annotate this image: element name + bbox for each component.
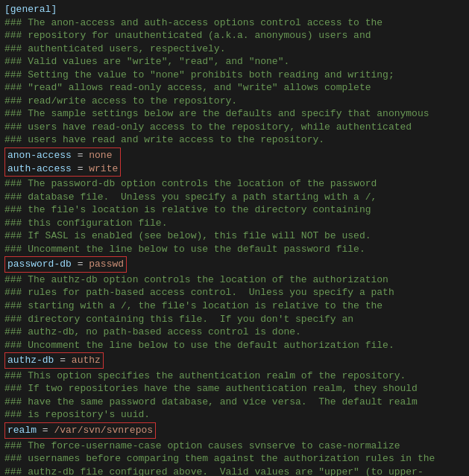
comment-line: ### The force-username-case option cause… [4, 439, 465, 453]
password-db-line: password-db = passwd [7, 258, 124, 271]
comment-line: ### read/write access to the repository. [4, 95, 465, 108]
realm-value: /var/svn/svnrepos [54, 425, 153, 436]
comment-line: ### users have read and write access to … [4, 133, 465, 147]
realm-block: realm = /var/svn/svnrepos [4, 422, 156, 439]
code-editor: [general] ### The anon-access and auth-a… [0, 0, 469, 476]
comment-line: ### the file's location is relative to t… [4, 203, 465, 217]
comment-line: ### If SASL is enabled (see below), this… [4, 229, 465, 243]
realm-line: realm = /var/svn/svnrepos [7, 424, 153, 437]
anon-access-line: anon-access = none [7, 149, 118, 162]
section-header: [general] [4, 3, 465, 16]
anon-access-key: anon-access [7, 150, 72, 161]
comment-line: ### rules for path-based access control.… [4, 286, 465, 299]
comment-line: ### This option specifies the authentica… [4, 369, 465, 383]
password-db-block: password-db = passwd [4, 256, 127, 273]
comment-line: ### starting with a /, the file's locati… [4, 299, 465, 313]
auth-access-key: auth-access [7, 163, 72, 174]
realm-key: realm [7, 425, 37, 436]
comment-line: ### The anon-access and auth-access opti… [4, 16, 465, 30]
auth-access-value: write [89, 163, 118, 174]
comment-line: ### Uncomment the line below to use the … [4, 339, 465, 352]
comment-line: ### directory containing this file. If y… [4, 313, 465, 326]
comment-line: ### "read" allows read-only access, and … [4, 81, 465, 95]
comment-line: ### authz-db file configured above. Vali… [4, 466, 465, 476]
authz-db-key: authz-db [7, 355, 54, 366]
comment-line: ### Setting the value to "none" prohibit… [4, 69, 465, 82]
comment-line: ### is repository's uuid. [4, 408, 465, 422]
comment-line: ### repository for unauthenticated (a.k.… [4, 29, 465, 42]
comment-line: ### The authz-db option controls the loc… [4, 273, 465, 287]
anon-access-value: none [89, 150, 112, 161]
comment-line: ### database file. Unless you specify a … [4, 191, 465, 204]
auth-access-line: auth-access = write [7, 162, 118, 176]
password-db-key: password-db [7, 258, 72, 270]
comment-line: ### users have read-only access to the r… [4, 121, 465, 134]
comment-line: ### authenticated users, respectively. [4, 42, 465, 56]
comment-line: ### authz-db, no path-based access contr… [4, 326, 465, 339]
comment-line: ### If two repositories have the same au… [4, 382, 465, 396]
comment-line: ### Valid values are "write", "read", an… [4, 55, 465, 69]
authz-db-line: authz-db = authz [7, 354, 101, 367]
comment-line: ### Uncomment the line below to use the … [4, 243, 465, 256]
password-db-value: passwd [89, 258, 124, 270]
authz-db-value: authz [72, 355, 101, 366]
comment-line: ### The password-db option controls the … [4, 177, 465, 191]
comment-line: ### usernames before comparing them agai… [4, 452, 465, 466]
comment-line: ### have the same password database, and… [4, 396, 465, 409]
anon-auth-access-block: anon-access = none auth-access = write [4, 147, 121, 177]
comment-line: ### The sample settings below are the de… [4, 107, 465, 121]
authz-db-block: authz-db = authz [4, 352, 104, 369]
comment-line: ### this configuration file. [4, 217, 465, 230]
